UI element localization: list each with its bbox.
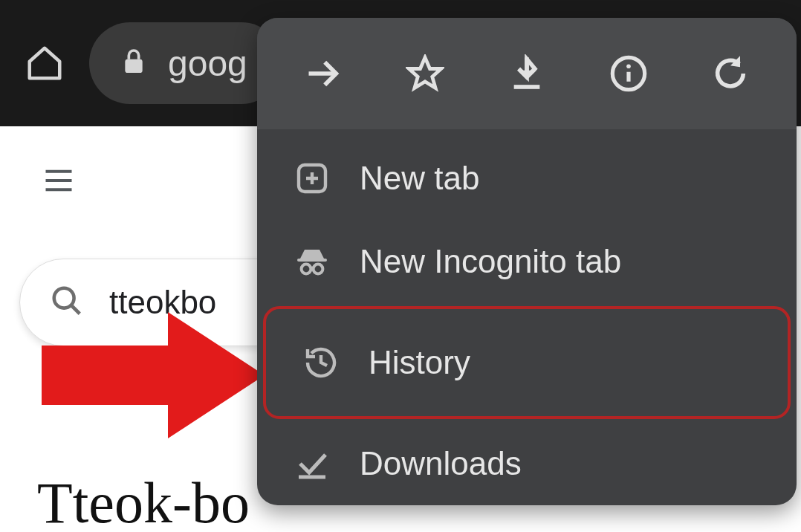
download-icon xyxy=(507,54,546,93)
menu-icon-row xyxy=(257,18,797,129)
menu-list: New tab New Incognito tab xyxy=(257,129,797,505)
reload-icon xyxy=(711,54,750,93)
history-icon xyxy=(300,345,342,380)
svg-marker-8 xyxy=(409,57,441,88)
menu-item-incognito[interactable]: New Incognito tab xyxy=(257,220,797,303)
svg-rect-19 xyxy=(297,259,327,262)
hamburger-menu-button[interactable] xyxy=(39,165,79,199)
svg-point-20 xyxy=(302,265,311,274)
page-title: Tteok-bo xyxy=(37,470,250,532)
menu-item-label: New Incognito tab xyxy=(360,243,621,280)
incognito-icon xyxy=(291,244,333,279)
home-button[interactable] xyxy=(22,41,67,85)
svg-rect-0 xyxy=(125,59,142,73)
svg-marker-6 xyxy=(42,312,265,438)
menu-item-label: History xyxy=(369,344,470,381)
lock-icon xyxy=(119,45,149,81)
svg-point-14 xyxy=(626,64,631,68)
svg-rect-10 xyxy=(514,85,540,89)
annotation-arrow xyxy=(42,312,265,438)
plus-square-icon xyxy=(291,160,333,196)
info-icon xyxy=(609,54,648,93)
menu-item-label: New tab xyxy=(360,160,479,197)
url-bar[interactable]: goog xyxy=(89,22,282,104)
star-icon xyxy=(406,54,444,93)
forward-button[interactable] xyxy=(301,51,346,96)
menu-item-history[interactable]: History xyxy=(263,306,791,419)
svg-point-4 xyxy=(54,288,74,308)
menu-item-downloads[interactable]: Downloads xyxy=(257,422,797,505)
browser-menu: New tab New Incognito tab xyxy=(257,18,797,505)
home-icon xyxy=(25,43,65,83)
arrow-right-icon xyxy=(304,54,343,93)
download-button[interactable] xyxy=(505,51,549,96)
menu-item-label: Downloads xyxy=(360,445,522,482)
reload-button[interactable] xyxy=(708,51,753,96)
info-button[interactable] xyxy=(606,51,651,96)
check-underline-icon xyxy=(291,446,333,481)
url-text: goog xyxy=(168,43,247,84)
bookmark-button[interactable] xyxy=(403,51,447,96)
menu-item-new-tab[interactable]: New tab xyxy=(257,137,797,220)
svg-point-21 xyxy=(314,265,323,274)
